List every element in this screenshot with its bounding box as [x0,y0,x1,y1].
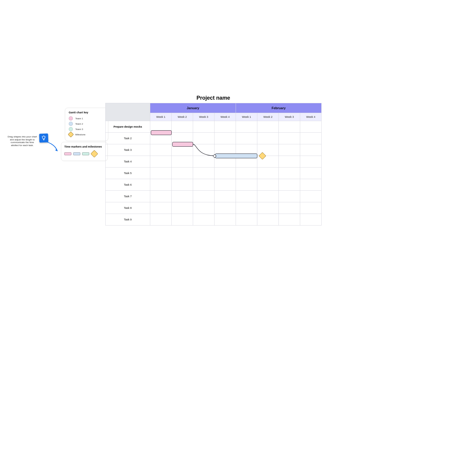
gantt-cell[interactable] [172,202,193,214]
swatch-team1 [69,116,73,120]
table-row: Task 9 [106,214,322,225]
gantt-cell[interactable] [300,202,322,214]
gantt-cell[interactable] [300,179,322,190]
gantt-cell[interactable] [257,202,279,214]
legend-item-milestone: Milestone [69,132,104,137]
week-header: Week 4 [214,113,236,121]
task-label[interactable]: Task 9 [106,214,150,225]
gantt-cell[interactable] [236,202,257,214]
gantt-cell[interactable] [257,167,279,179]
gantt-bar[interactable] [215,154,257,158]
gantt-cell[interactable] [236,190,257,202]
gantt-cell[interactable] [214,121,236,132]
gantt-chart: Project name January February Week 1 Wee… [105,95,321,226]
gantt-cell[interactable] [236,167,257,179]
hint-text: Drag shapes into your chart and adjust t… [7,135,37,147]
gantt-cell[interactable] [172,214,193,225]
gantt-cell[interactable] [150,144,172,156]
gantt-cell[interactable] [172,156,193,167]
gantt-cell[interactable] [236,179,257,190]
gantt-cell[interactable] [150,190,172,202]
gantt-cell[interactable] [279,144,300,156]
gantt-cell[interactable] [193,156,214,167]
task-label[interactable]: Task 2 [106,132,150,144]
legend-title: Gantt chart key [69,111,104,114]
week-header: Week 1 [236,113,257,121]
gantt-bar[interactable] [151,130,172,135]
table-row: Task 7 [106,190,322,202]
gantt-cell[interactable] [279,214,300,225]
gantt-cell[interactable] [214,132,236,144]
task-label[interactable]: Prepare design mocks [106,121,150,132]
gantt-cell[interactable] [236,132,257,144]
gantt-cell[interactable] [300,167,322,179]
gantt-cell[interactable] [172,190,193,202]
gantt-cell[interactable] [300,156,322,167]
palette-marker-team2[interactable] [73,152,80,155]
palette-milestone[interactable] [90,150,98,157]
gantt-cell[interactable] [193,190,214,202]
table-row: Task 4 [106,156,322,167]
gantt-cell[interactable] [300,144,322,156]
gantt-cell[interactable] [236,121,257,132]
gantt-cell[interactable] [193,202,214,214]
task-label[interactable]: Task 7 [106,190,150,202]
table-row: Task 6 [106,179,322,190]
palette-marker-team3[interactable] [82,152,89,155]
task-label[interactable]: Task 5 [106,167,150,179]
milestone-icon [68,131,74,137]
palette-marker-team1[interactable] [64,152,71,155]
gantt-cell[interactable] [193,144,214,156]
gantt-cell[interactable] [150,167,172,179]
gantt-cell[interactable] [150,214,172,225]
week-header: Week 2 [172,113,193,121]
task-label[interactable]: Task 6 [106,179,150,190]
gantt-cell[interactable] [279,167,300,179]
gantt-cell[interactable] [214,214,236,225]
legend-label: Milestone [75,133,85,136]
gantt-cell[interactable] [300,214,322,225]
gantt-cell[interactable] [300,132,322,144]
gantt-cell[interactable] [279,121,300,132]
gantt-cell[interactable] [257,121,279,132]
task-label[interactable]: Task 8 [106,202,150,214]
gantt-cell[interactable] [279,202,300,214]
gantt-cell[interactable] [279,179,300,190]
gantt-cell[interactable] [193,214,214,225]
gantt-cell[interactable] [193,132,214,144]
gantt-cell[interactable] [193,121,214,132]
task-label[interactable]: Task 3 [106,144,150,156]
legend-item-team2: Team 2 [69,121,104,126]
legend-item-team3: Team 3 [69,126,104,132]
legend-label: Team 2 [75,123,83,125]
gantt-cell[interactable] [172,179,193,190]
gantt-cell[interactable] [193,167,214,179]
gantt-cell[interactable] [172,167,193,179]
gantt-bar[interactable] [172,142,193,147]
task-label[interactable]: Task 4 [106,156,150,167]
gantt-cell[interactable] [214,167,236,179]
project-title[interactable]: Project name [105,95,321,101]
gantt-cell[interactable] [257,179,279,190]
legend-label: Team 1 [75,117,83,120]
table-corner [106,103,150,121]
gantt-cell[interactable] [172,121,193,132]
svg-line-2 [46,137,46,137]
gantt-cell[interactable] [279,156,300,167]
gantt-cell[interactable] [257,190,279,202]
gantt-cell[interactable] [150,202,172,214]
gantt-cell[interactable] [300,121,322,132]
gantt-cell[interactable] [279,132,300,144]
gantt-cell[interactable] [214,202,236,214]
gantt-cell[interactable] [236,214,257,225]
gantt-cell[interactable] [214,179,236,190]
gantt-cell[interactable] [150,156,172,167]
gantt-cell[interactable] [279,190,300,202]
gantt-cell[interactable] [300,190,322,202]
gantt-cell[interactable] [193,179,214,190]
gantt-cell[interactable] [257,214,279,225]
gantt-cell[interactable] [214,190,236,202]
gantt-cell[interactable] [257,132,279,144]
week-header: Week 3 [193,113,214,121]
gantt-cell[interactable] [150,179,172,190]
